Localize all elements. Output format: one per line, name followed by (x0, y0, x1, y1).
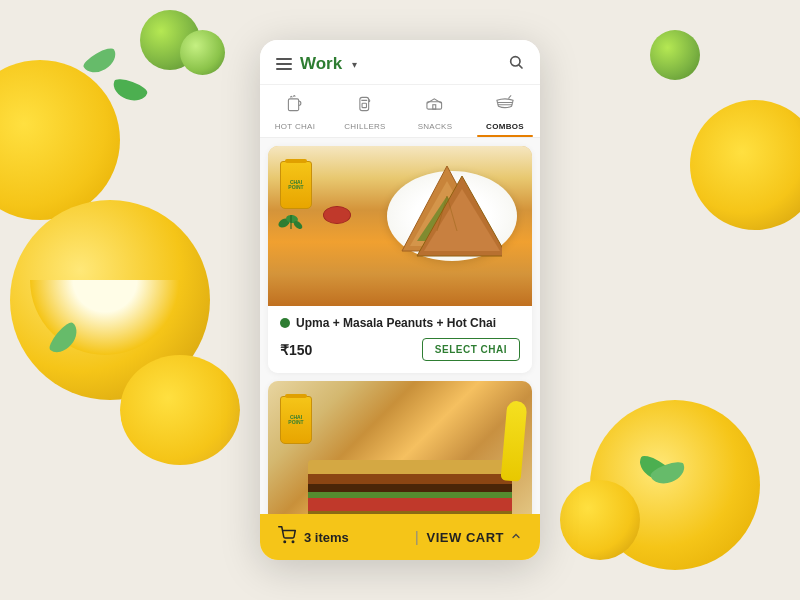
snacks-icon (424, 93, 446, 118)
location-title: Work (300, 54, 342, 74)
phone-container: Work ▾ HOT CHAI (260, 40, 540, 560)
tab-hot-chai[interactable]: HOT CHAI (260, 85, 330, 137)
category-tabs: HOT CHAI CHILLERS SNACKS (260, 85, 540, 138)
cart-divider: | (415, 529, 419, 545)
svg-point-21 (284, 541, 286, 543)
tab-chillers-label: CHILLERS (344, 122, 386, 131)
svg-rect-3 (360, 97, 369, 110)
view-cart-section[interactable]: | VIEW CART (415, 529, 522, 545)
tab-chillers[interactable]: CHILLERS (330, 85, 400, 137)
product-card-2: CHAIPOINT Sandwich + Hot Chai ₹120 SELEC… (268, 381, 532, 514)
svg-point-22 (292, 541, 294, 543)
tab-snacks-label: SNACKS (418, 122, 453, 131)
bg-lemon-r1 (690, 100, 800, 230)
cart-left: 3 items (278, 526, 349, 548)
tab-combos-label: COMBOS (486, 122, 524, 131)
bg-lime-1 (140, 10, 200, 70)
leaf-3 (46, 320, 82, 358)
cart-item-count: 3 items (304, 530, 349, 545)
tab-snacks[interactable]: SNACKS (400, 85, 470, 137)
leaf-1 (81, 45, 120, 78)
product-card-1: CHAIPOINT (268, 146, 532, 373)
bg-lemon-2 (10, 200, 210, 400)
tab-hot-chai-label: HOT CHAI (275, 122, 315, 131)
svg-rect-6 (427, 102, 442, 109)
bg-lime-2 (180, 30, 225, 75)
cart-icon (278, 526, 296, 548)
product-image-samosa: CHAIPOINT (268, 146, 532, 306)
dropdown-arrow-icon[interactable]: ▾ (352, 59, 357, 70)
chevron-up-icon (510, 530, 522, 545)
bg-lemon-3 (120, 350, 240, 470)
sandwich-image: CHAIPOINT (268, 381, 532, 514)
bg-lime-r1 (650, 30, 700, 80)
bg-lemon-r3 (560, 480, 640, 560)
product-name-1: Upma + Masala Peanuts + Hot Chai (296, 316, 496, 330)
leaf-2 (110, 76, 149, 105)
samosa-image: CHAIPOINT (268, 146, 532, 306)
view-cart-label: VIEW CART (427, 530, 504, 545)
product-image-sandwich: CHAIPOINT (268, 381, 532, 514)
bg-lemon-1 (0, 60, 120, 220)
leaf-4 (635, 452, 674, 485)
search-button[interactable] (508, 54, 524, 74)
veg-indicator-1 (280, 318, 290, 328)
hot-chai-icon (284, 93, 306, 118)
view-cart-button[interactable]: VIEW CART (427, 530, 522, 545)
combos-icon (494, 93, 516, 118)
svg-rect-2 (288, 99, 298, 111)
product-price-1: ₹150 (280, 342, 312, 358)
header-left: Work ▾ (276, 54, 357, 74)
tab-combos[interactable]: COMBOS (470, 85, 540, 137)
bg-lemon-r2 (590, 400, 760, 570)
content-area: CHAIPOINT (260, 138, 540, 514)
bg-lemon-half (30, 280, 180, 355)
menu-icon[interactable] (276, 58, 292, 70)
product-info-1: Upma + Masala Peanuts + Hot Chai ₹150 SE… (268, 306, 532, 373)
svg-line-1 (519, 65, 522, 68)
product-name-row-1: Upma + Masala Peanuts + Hot Chai (280, 316, 520, 330)
select-chai-button-1[interactable]: SELECT CHAI (422, 338, 520, 361)
svg-rect-5 (362, 103, 366, 107)
svg-rect-7 (433, 105, 436, 109)
app-header: Work ▾ (260, 40, 540, 85)
chillers-icon (354, 93, 376, 118)
leaf-5 (649, 459, 688, 488)
cart-bar[interactable]: 3 items | VIEW CART (260, 514, 540, 560)
product-footer-1: ₹150 SELECT CHAI (280, 338, 520, 361)
